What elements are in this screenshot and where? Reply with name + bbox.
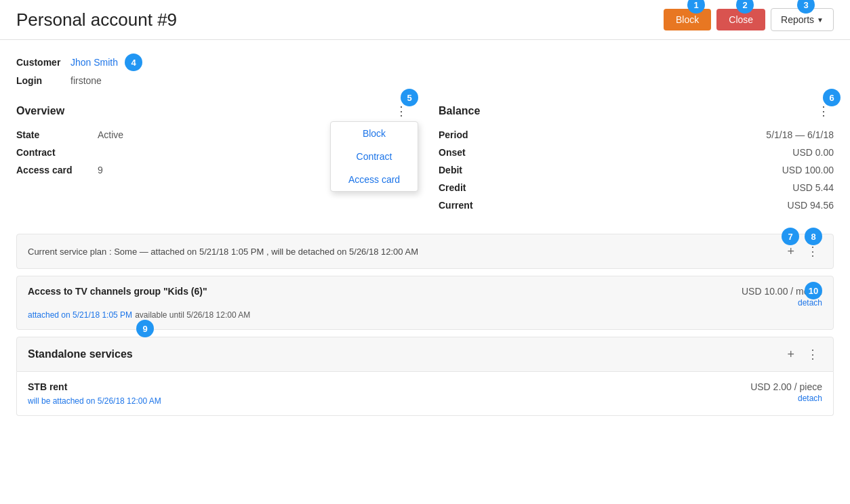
standalone-item-name: STB rent bbox=[28, 381, 161, 392]
service-item-detach-link[interactable]: detach bbox=[798, 298, 822, 308]
state-label: State bbox=[16, 129, 98, 140]
onset-label: Onset bbox=[439, 147, 466, 158]
onset-value: USD 0.00 bbox=[792, 147, 834, 158]
service-plan-bar: Current service plan : Some — attached o… bbox=[16, 234, 834, 269]
customer-section: Customer Jhon Smith 4 Login firstone bbox=[16, 54, 834, 86]
debit-value: USD 100.00 bbox=[782, 165, 834, 175]
overview-kebab-button[interactable]: ⋮ Block Contract Access card bbox=[391, 102, 411, 120]
badge-7: 7 bbox=[782, 228, 799, 245]
service-attached-link[interactable]: attached on 5/21/18 1:05 PM bbox=[28, 310, 132, 320]
service-available-text: available until 5/26/18 12:00 AM bbox=[135, 310, 250, 320]
badge-4: 4 bbox=[125, 54, 142, 71]
debit-label: Debit bbox=[439, 165, 462, 175]
balance-kebab-button[interactable]: ⋮ bbox=[813, 102, 834, 120]
service-plan-actions: 7 8 + ⋮ bbox=[784, 243, 822, 260]
standalone-item-meta[interactable]: will be attached on 5/26/18 12:00 AM bbox=[28, 396, 161, 406]
standalone-kebab-button[interactable]: ⋮ bbox=[803, 345, 822, 363]
login-value: firstone bbox=[70, 75, 102, 86]
reports-label: Reports bbox=[781, 14, 814, 25]
contract-label: Contract bbox=[16, 147, 98, 158]
standalone-body: STB rent will be attached on 5/26/18 12:… bbox=[16, 372, 834, 416]
balance-section: Balance 6 ⋮ Period 5/1/18 — 6/1/18 Onset… bbox=[439, 102, 834, 217]
overview-title: Overview bbox=[16, 105, 64, 117]
standalone-title: Standalone services bbox=[28, 348, 133, 360]
standalone-add-button[interactable]: + bbox=[784, 346, 798, 363]
service-plan-add-button[interactable]: + bbox=[784, 243, 798, 260]
state-value: Active bbox=[98, 129, 123, 140]
standalone-detach-link[interactable]: detach bbox=[798, 394, 822, 403]
customer-name-link[interactable]: Jhon Smith bbox=[70, 57, 118, 68]
page-title: Personal account #9 bbox=[16, 9, 177, 30]
badge-9: 9 bbox=[136, 320, 154, 337]
overview-section: Overview 5 ⋮ Block Contract Access card … bbox=[16, 102, 411, 217]
service-item-name: Access to TV channels group "Kids (6)" bbox=[28, 286, 207, 297]
badge-8: 8 bbox=[805, 228, 822, 245]
access-card-value: 9 bbox=[98, 165, 103, 175]
current-label: Current bbox=[439, 200, 473, 211]
top-actions: 1 2 3 Block Close Reports ▼ bbox=[664, 8, 834, 31]
access-card-label: Access card bbox=[16, 165, 98, 175]
standalone-item-price: USD 2.00 / piece bbox=[750, 381, 822, 392]
service-plan-text: Current service plan : Some — attached o… bbox=[28, 247, 418, 257]
login-label: Login bbox=[16, 75, 70, 86]
chevron-down-icon: ▼ bbox=[817, 16, 824, 24]
balance-title: Balance bbox=[439, 105, 480, 117]
period-label: Period bbox=[439, 129, 468, 140]
block-button[interactable]: Block bbox=[664, 9, 711, 30]
dropdown-block[interactable]: Block bbox=[331, 122, 418, 145]
standalone-actions: + ⋮ bbox=[784, 345, 822, 363]
overview-dropdown: Block Contract Access card bbox=[330, 121, 418, 192]
service-item: Access to TV channels group "Kids (6)" U… bbox=[16, 276, 834, 330]
customer-label: Customer bbox=[16, 57, 70, 68]
standalone-section: Standalone services + ⋮ STB rent will be… bbox=[16, 337, 834, 416]
balance-kebab-container: 6 ⋮ bbox=[813, 102, 834, 120]
overview-kebab-container: 5 ⋮ Block Contract Access card bbox=[391, 102, 411, 120]
dropdown-contract[interactable]: Contract bbox=[331, 145, 418, 168]
credit-value: USD 5.44 bbox=[792, 182, 834, 193]
dropdown-access-card[interactable]: Access card bbox=[331, 168, 418, 191]
credit-label: Credit bbox=[439, 182, 466, 193]
current-value: USD 94.56 bbox=[788, 200, 834, 211]
period-value: 5/1/18 — 6/1/18 bbox=[766, 129, 834, 140]
badge-10: 10 bbox=[805, 282, 822, 299]
